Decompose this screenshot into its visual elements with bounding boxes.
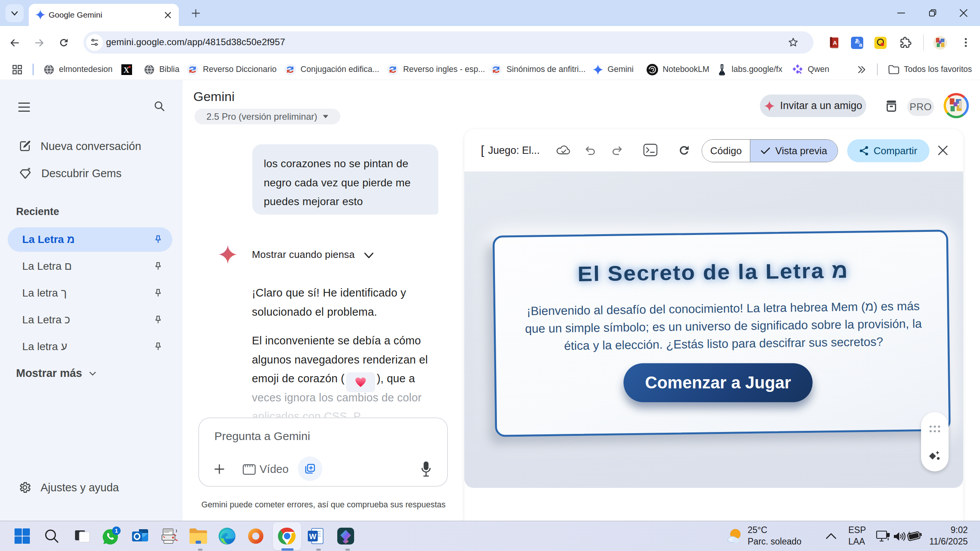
svg-text:X: X [123, 65, 129, 75]
svg-text:A: A [833, 39, 837, 46]
svg-text:a: a [859, 41, 862, 48]
svg-text:1: 1 [115, 527, 118, 534]
svg-text:W: W [309, 532, 317, 541]
